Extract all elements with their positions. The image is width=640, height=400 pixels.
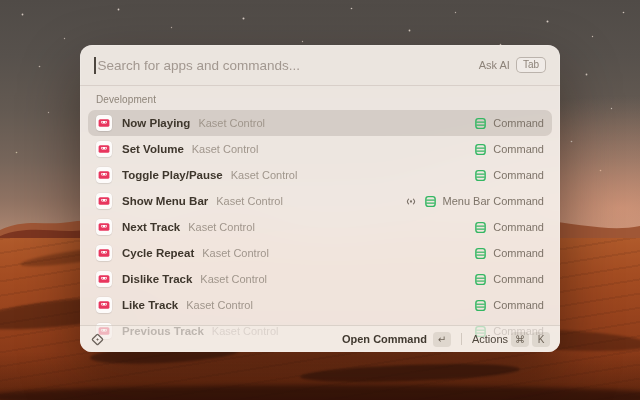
text-caret bbox=[94, 57, 96, 74]
command-type-icon bbox=[474, 299, 487, 312]
screen: { "window": { "search": { "placeholder":… bbox=[0, 0, 640, 400]
item-accessory-label: Command bbox=[493, 221, 544, 233]
item-subtitle: Kaset Control bbox=[186, 299, 253, 311]
actions-label: Actions bbox=[472, 333, 508, 345]
list-item[interactable]: Like Track Kaset Control Command bbox=[88, 292, 552, 318]
list-item[interactable]: Now Playing Kaset Control Command bbox=[88, 110, 552, 136]
cassette-app-icon bbox=[96, 141, 112, 157]
item-subtitle: Kaset Control bbox=[188, 221, 255, 233]
footer-separator bbox=[461, 333, 462, 345]
item-accessories: Command bbox=[474, 299, 544, 312]
item-title: Cycle Repeat bbox=[122, 247, 194, 259]
item-title: Like Track bbox=[122, 299, 178, 311]
results-list: Development Now Playing Kaset Control Co bbox=[80, 86, 560, 344]
command-type-icon bbox=[474, 221, 487, 234]
tab-key-hint: Tab bbox=[516, 57, 546, 73]
command-type-icon bbox=[474, 117, 487, 130]
item-accessory-label: Menu Bar Command bbox=[443, 195, 545, 207]
item-accessories: Command bbox=[474, 143, 544, 156]
cassette-app-icon bbox=[96, 219, 112, 235]
item-subtitle: Kaset Control bbox=[202, 247, 269, 259]
item-accessory-label: Command bbox=[493, 143, 544, 155]
list-item[interactable]: Cycle Repeat Kaset Control Command bbox=[88, 240, 552, 266]
k-key-hint: K bbox=[532, 332, 550, 347]
item-accessories: Command bbox=[474, 273, 544, 286]
cassette-app-icon bbox=[96, 167, 112, 183]
item-accessories: Command bbox=[474, 169, 544, 182]
section-header: Development bbox=[88, 90, 552, 110]
item-accessory-label: Command bbox=[493, 117, 544, 129]
open-command-button[interactable]: Open Command ↵ bbox=[342, 332, 451, 347]
footer-bar: Open Command ↵ Actions ⌘ K bbox=[80, 325, 560, 352]
search-input[interactable] bbox=[98, 58, 479, 73]
item-subtitle: Kaset Control bbox=[231, 169, 298, 181]
item-accessories: Command bbox=[474, 247, 544, 260]
list-item[interactable]: Toggle Play/Pause Kaset Control Command bbox=[88, 162, 552, 188]
item-title: Show Menu Bar bbox=[122, 195, 208, 207]
item-title: Dislike Track bbox=[122, 273, 192, 285]
item-accessories: Menu Bar Command bbox=[404, 195, 545, 208]
item-accessory-label: Command bbox=[493, 247, 544, 259]
list-item[interactable]: Next Track Kaset Control Command bbox=[88, 214, 552, 240]
cmd-key-hint: ⌘ bbox=[511, 332, 529, 347]
command-type-icon bbox=[424, 195, 437, 208]
cassette-app-icon bbox=[96, 193, 112, 209]
cassette-app-icon bbox=[96, 245, 112, 261]
search-bar: Ask AI Tab bbox=[80, 45, 560, 86]
launcher-window: Ask AI Tab Development Now Playing Kaset… bbox=[80, 45, 560, 352]
item-accessory-label: Command bbox=[493, 273, 544, 285]
item-subtitle: Kaset Control bbox=[200, 273, 267, 285]
list-item[interactable]: Set Volume Kaset Control Command bbox=[88, 136, 552, 162]
item-subtitle: Kaset Control bbox=[216, 195, 283, 207]
item-title: Toggle Play/Pause bbox=[122, 169, 223, 181]
raycast-logo-icon[interactable] bbox=[90, 332, 105, 347]
cassette-app-icon bbox=[96, 115, 112, 131]
list-item[interactable]: Show Menu Bar Kaset Control Menu Bar Com… bbox=[88, 188, 552, 214]
item-accessories: Command bbox=[474, 221, 544, 234]
item-subtitle: Kaset Control bbox=[192, 143, 259, 155]
cassette-app-icon bbox=[96, 297, 112, 313]
stars bbox=[0, 0, 1, 1]
dune-shadow bbox=[0, 385, 640, 400]
item-accessory-label: Command bbox=[493, 169, 544, 181]
command-type-icon bbox=[474, 143, 487, 156]
item-title: Now Playing bbox=[122, 117, 190, 129]
ask-ai-label: Ask AI bbox=[479, 59, 510, 71]
command-type-icon bbox=[474, 169, 487, 182]
command-type-icon bbox=[474, 273, 487, 286]
item-title: Next Track bbox=[122, 221, 180, 233]
command-type-icon bbox=[474, 247, 487, 260]
list-item[interactable]: Dislike Track Kaset Control Command bbox=[88, 266, 552, 292]
cassette-app-icon bbox=[96, 271, 112, 287]
return-key-hint: ↵ bbox=[433, 332, 451, 347]
item-accessories: Command bbox=[474, 117, 544, 130]
item-title: Set Volume bbox=[122, 143, 184, 155]
ask-ai-button[interactable]: Ask AI Tab bbox=[479, 57, 546, 73]
actions-button[interactable]: Actions ⌘ K bbox=[472, 332, 550, 347]
rows-container: Now Playing Kaset Control Command Se bbox=[88, 110, 552, 344]
item-subtitle: Kaset Control bbox=[198, 117, 265, 129]
item-accessory-label: Command bbox=[493, 299, 544, 311]
open-command-label: Open Command bbox=[342, 333, 427, 345]
menubar-signal-icon bbox=[404, 196, 418, 207]
